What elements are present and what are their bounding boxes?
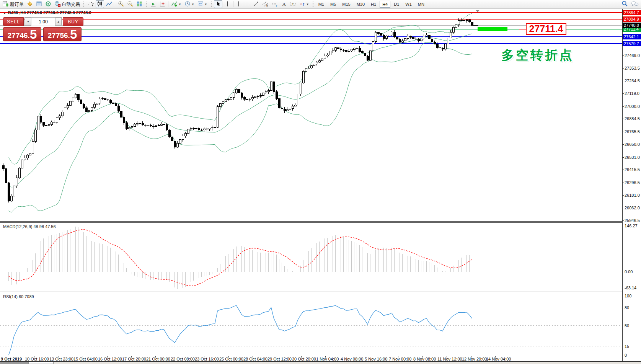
collapse-icon[interactable]: ▲	[3, 11, 6, 15]
rsi-indicator-label: RSI(14) 60.7089	[3, 294, 34, 299]
chevron-down-icon: ▼	[204, 3, 207, 6]
tile-windows-button[interactable]	[135, 0, 144, 8]
price-tick-label: 26062.0	[625, 206, 640, 210]
buy-button[interactable]: BUY	[63, 17, 83, 26]
sell-button[interactable]: SELL	[3, 17, 24, 26]
macd-panel-canvas[interactable]	[0, 223, 623, 292]
date-axis-label: 17 Oct 20:00	[122, 357, 146, 361]
fibonacci-button[interactable]: F	[271, 0, 279, 8]
horizontal-scrollbar[interactable]	[0, 362, 641, 364]
new-order-button[interactable]: 新订单	[1, 0, 25, 8]
rsi-axis-label: 15	[625, 344, 629, 349]
panel-separator[interactable]	[0, 292, 623, 293]
text-label-button[interactable]: T	[289, 0, 297, 8]
price-axis-border	[622, 9, 623, 361]
toolbar-right-group	[620, 0, 640, 8]
crosshair-button[interactable]	[223, 0, 232, 8]
date-tick-mark	[301, 356, 302, 357]
timeframe-m5-button[interactable]: M5	[328, 1, 339, 8]
timeframe-m15-button[interactable]: M15	[339, 1, 353, 8]
templates-icon	[197, 1, 204, 8]
sell-price-display[interactable]: 27746.5	[3, 27, 41, 41]
cursor-button[interactable]	[214, 0, 222, 8]
price-tick-mark	[622, 183, 624, 183]
timeframe-d1-button[interactable]: D1	[391, 1, 402, 8]
data-window-button[interactable]	[35, 0, 43, 8]
price-tick-mark	[622, 157, 624, 158]
turning-point-annotation[interactable]: 多空转折点	[501, 47, 574, 64]
panel-separator[interactable]	[0, 221, 623, 223]
market-watch-button[interactable]	[26, 0, 34, 8]
date-tick-mark	[495, 356, 496, 357]
timeframe-mn-button[interactable]: MN	[415, 1, 427, 8]
date-tick-mark	[180, 356, 180, 357]
chat-button[interactable]	[630, 0, 640, 8]
price-tag-label[interactable]: 27711.4	[526, 23, 566, 35]
line-chart-button[interactable]	[105, 0, 113, 8]
price-tick-label: 26296.5	[625, 180, 640, 185]
price-tick-mark	[622, 81, 624, 81]
templates-button[interactable]: ▼	[196, 0, 209, 8]
horizontal-line-button[interactable]	[243, 0, 251, 8]
price-tick-mark	[622, 144, 624, 145]
timeframe-h4-button[interactable]: H4	[380, 1, 390, 8]
chart-shift-button[interactable]	[158, 0, 166, 8]
indicators-icon	[171, 1, 178, 8]
timeframe-m30-button[interactable]: M30	[354, 1, 367, 8]
signals-button[interactable]	[44, 0, 52, 8]
arrows-button[interactable]: ▼	[298, 0, 310, 8]
vline-icon	[236, 1, 241, 8]
buy-price-display[interactable]: 27756.5	[43, 27, 82, 41]
text-button[interactable]: A	[280, 0, 288, 8]
volume-decrease-button[interactable]: ▼	[25, 18, 31, 26]
volume-increase-button[interactable]: ▲	[55, 18, 62, 26]
timeframe-h1-button[interactable]: H1	[368, 1, 379, 8]
periods-button[interactable]: ▼	[183, 0, 196, 8]
hline-price-label: 27642.1	[623, 34, 641, 39]
macd-axis-label: 0.00	[625, 269, 633, 274]
toolbar-separator	[115, 1, 115, 7]
zoom-out-button[interactable]	[126, 0, 134, 8]
chart-shift-icon	[159, 1, 165, 8]
price-tick-label: 27469.0	[625, 53, 640, 58]
chart-shift-marker[interactable]	[476, 10, 480, 12]
indicators-button[interactable]: ▼	[170, 0, 183, 8]
rsi-axis-label: 50	[625, 323, 629, 328]
search-button[interactable]	[620, 0, 629, 8]
rsi-panel-canvas[interactable]	[0, 293, 623, 356]
rsi-level-lines	[0, 308, 620, 346]
price-tick-label: 27119.0	[625, 91, 639, 96]
data-window-icon	[36, 1, 42, 8]
candle-chart-icon	[97, 1, 103, 8]
candle-chart-button[interactable]	[96, 0, 104, 8]
rsi-axis-label: 0	[625, 353, 627, 357]
search-icon	[621, 0, 628, 8]
equidistant-channel-button[interactable]: E	[261, 0, 270, 8]
main-chart-canvas[interactable]	[0, 9, 623, 222]
toolbar-grip	[210, 1, 212, 7]
price-tick-label: 26650.0	[625, 142, 640, 147]
autotrading-button[interactable]: 自动交易	[53, 0, 81, 8]
channel-icon: E	[262, 1, 269, 8]
hline-price-label: 27579.7	[623, 41, 641, 46]
price-tick-mark	[622, 132, 624, 132]
current-price-label: 27748.0	[623, 23, 641, 28]
toolbar-grip	[83, 1, 85, 7]
scrollbar-track-used	[0, 362, 28, 364]
date-axis-label: 28 Oct 04:00	[243, 357, 267, 361]
bar-chart-button[interactable]	[86, 0, 95, 8]
date-tick-mark	[34, 356, 34, 357]
date-tick-mark	[350, 356, 350, 357]
timeframe-m1-button[interactable]: M1	[316, 1, 327, 8]
auto-scroll-button[interactable]	[149, 0, 157, 8]
scrollbar-thumb[interactable]	[28, 362, 54, 364]
date-tick-mark	[155, 356, 156, 357]
volume-input[interactable]	[31, 18, 55, 26]
trendline-button[interactable]	[252, 0, 260, 8]
zoom-in-button[interactable]	[117, 0, 125, 8]
vertical-line-button[interactable]	[235, 0, 242, 8]
price-tick-label: 26415.5	[625, 167, 640, 172]
price-tick-mark	[622, 195, 624, 196]
date-axis-label: 15 Oct 04:00	[73, 357, 98, 361]
timeframe-w1-button[interactable]: W1	[403, 1, 414, 8]
